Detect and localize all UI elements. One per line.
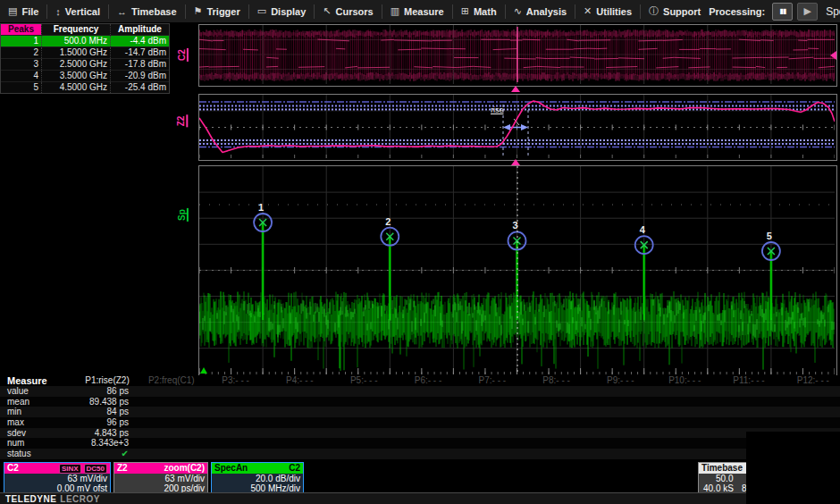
peak-row-3[interactable]: 32.5000 GHz-17.8 dBm — [1, 58, 169, 70]
peak-amplitude: -17.8 dBm — [110, 59, 169, 70]
descriptor-specan[interactable]: SpecAn C2 20.0 dB/div 500 MHz/div — [211, 462, 304, 492]
measure-row-value: 4.843 ps — [36, 428, 129, 439]
menu-item-label: Vertical — [65, 6, 100, 17]
measure-row-label: num — [7, 438, 24, 449]
vertical-icon: ↕ — [55, 6, 61, 17]
descriptor-timebase-id: Timebase — [701, 463, 743, 474]
measure-col-p1[interactable]: P1:rise(Z2) — [75, 375, 139, 386]
menu-item-file[interactable]: ▤File — [0, 4, 46, 19]
timebase-icon: ↔ — [117, 6, 127, 17]
measure-row-label: min — [7, 407, 21, 417]
measure-row-num: num8.343e+3 — [0, 438, 840, 449]
menu-item-analysis[interactable]: ∿Analysis — [505, 4, 575, 19]
trigger-time-marker-bottom[interactable] — [511, 159, 520, 165]
measure-table: Measure P1:rise(Z2)P2:freq(C1)P3:- - -P4… — [0, 375, 840, 459]
measure-col-p5[interactable]: P5:- - - — [332, 375, 396, 386]
z2-zoom-grid — [198, 94, 837, 161]
measure-row-label: sdev — [7, 428, 26, 439]
peak-row-2[interactable]: 21.5000 GHz-14.7 dBm — [1, 46, 169, 58]
menu-item-utilities[interactable]: ✕Utilities — [575, 4, 640, 19]
peaks-header-amplitude[interactable]: Amplitude — [110, 24, 169, 35]
spectrum-grid: 12345 — [198, 165, 837, 377]
menu-item-measure[interactable]: ▥Measure — [382, 4, 452, 19]
descriptor-c2-body: 63 mV/div 0.00 mV ofst — [4, 474, 110, 493]
menu-item-display[interactable]: ▭Display — [248, 4, 315, 19]
cursors-icon: ↖ — [323, 5, 331, 17]
menu-item-cursors[interactable]: ↖Cursors — [314, 4, 381, 19]
timebase-tdiv: 50.0 — [716, 474, 733, 483]
measure-col-p12[interactable]: P12:- - - — [781, 375, 840, 386]
peaks-table: Peaks Frequency Amplitude 1500.0 MHz-4.4… — [0, 23, 170, 94]
menu-item-label: Trigger — [206, 6, 239, 17]
peak-row-5[interactable]: 54.5000 GHz-25.4 dBm — [1, 81, 169, 93]
c2-dc50-badge: DC50 — [84, 464, 107, 474]
measure-col-p7[interactable]: P7:- - - — [460, 375, 525, 386]
peak-number: 1 — [1, 36, 41, 46]
measure-col-p3[interactable]: P3:- - - — [204, 375, 268, 386]
menubar: ▤File↕Vertical↔Timebase⚑Trigger▭Display↖… — [0, 0, 840, 23]
c2-vdiv: 63 mV/div — [68, 474, 107, 483]
peak-frequency: 1.5000 GHz — [41, 47, 110, 58]
measure-row-sdev: sdev4.843 ps — [0, 428, 840, 439]
processing-label: Processing: — [709, 6, 765, 17]
menu-item-trigger[interactable]: ⚑Trigger — [185, 4, 248, 19]
measure-col-p4[interactable]: P4:- - - — [267, 375, 332, 386]
measure-row-status: status✔ — [0, 449, 840, 459]
menu-item-label: Math — [474, 6, 497, 17]
measure-col-p10[interactable]: P10:- - - — [652, 375, 717, 386]
support-icon: ⓘ — [649, 4, 659, 18]
display-icon: ▭ — [257, 5, 266, 17]
descriptor-z2[interactable]: Z2 zoom(C2) 63 mV/div 200 ps/div — [113, 462, 208, 492]
descriptor-c2[interactable]: C2 SINX DC50 63 mV/div 0.00 mV ofst — [4, 462, 111, 492]
peaks-table-header: Peaks Frequency Amplitude — [1, 24, 169, 35]
measure-row-value: 86 ps — [36, 386, 129, 397]
menu-item-vertical[interactable]: ↕Vertical — [46, 4, 108, 19]
measure-header-row: Measure P1:rise(Z2)P2:freq(C1)P3:- - -P4… — [0, 375, 840, 386]
peak-amplitude: -20.9 dBm — [110, 71, 169, 81]
measure-row-value: 96 ps — [36, 417, 129, 428]
peak-number: 5 — [1, 82, 41, 93]
menu-item-label: Cursors — [336, 6, 374, 17]
peaks-header-frequency[interactable]: Frequency — [41, 24, 110, 35]
descriptor-c2-header: C2 SINX DC50 — [4, 463, 110, 474]
trigger-level-marker[interactable] — [830, 51, 836, 60]
peak-marker-number: 2 — [385, 216, 391, 227]
menu-item-label: File — [21, 6, 38, 17]
menu-item-label: Timebase — [131, 6, 177, 17]
descriptor-z2-body: 63 mV/div 200 ps/div — [114, 474, 207, 493]
peak-number: 2 — [1, 47, 41, 58]
measure-col-p9[interactable]: P9:- - - — [588, 375, 652, 386]
peak-frequency: 2.5000 GHz — [41, 59, 110, 70]
menu-item-math[interactable]: ⊞Math — [452, 4, 505, 19]
measure-col-p11[interactable]: P11:- - - — [717, 375, 781, 386]
peak-row-4[interactable]: 43.5000 GHz-20.9 dBm — [1, 70, 169, 81]
analysis-icon: ∿ — [514, 5, 522, 17]
pause-button[interactable]: ▮▮ — [772, 3, 793, 21]
c2-sinx-badge: SINX — [59, 464, 81, 474]
menu-item-support[interactable]: ⓘSupport — [640, 4, 709, 19]
measure-row-value: 89.438 ps — [36, 397, 129, 407]
play-button[interactable]: ▶ — [797, 3, 818, 21]
peak-row-1[interactable]: 1500.0 MHz-4.4 dBm — [1, 35, 169, 46]
utilities-icon: ✕ — [584, 5, 592, 17]
measure-row-label: mean — [7, 397, 29, 407]
measure-col-p8[interactable]: P8:- - - — [525, 375, 589, 386]
menu-item-label: Display — [271, 6, 306, 17]
pause-icon: ▮▮ — [779, 7, 785, 15]
descriptor-specan-source: C2 — [289, 463, 300, 474]
descriptor-specan-id: SpecAn — [214, 463, 248, 474]
menu-item-timebase[interactable]: ↔Timebase — [108, 4, 185, 19]
menubar-right: Processing: ▮▮ ▶ Spectrum Undo ↶ — [709, 2, 840, 21]
measure-col-p6[interactable]: P6:- - - — [396, 375, 460, 386]
z2-trace-label[interactable]: Z2 — [176, 115, 188, 128]
peaks-header-peaks[interactable]: Peaks — [1, 24, 41, 35]
trigger-icon: ⚑ — [194, 5, 203, 17]
c2-trace-label[interactable]: C2 — [177, 48, 189, 62]
specan-trace-label[interactable]: Sp — [177, 208, 189, 222]
measure-row-label: max — [7, 417, 24, 428]
peak-amplitude: -25.4 dBm — [110, 82, 169, 93]
measure-col-p2[interactable]: P2:freq(C1) — [139, 375, 204, 386]
trigger-time-marker-top[interactable] — [511, 86, 520, 92]
peak-number: 3 — [1, 59, 41, 70]
play-icon: ▶ — [803, 5, 811, 17]
